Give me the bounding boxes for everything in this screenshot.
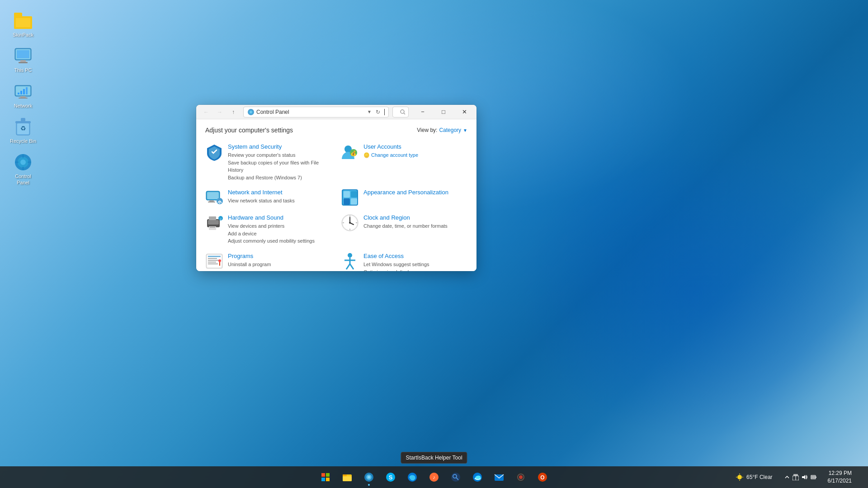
network-internet-text: Network and Internet View network status… [228,188,332,205]
browser-button[interactable] [402,467,422,487]
search-box[interactable] [392,107,409,117]
control-panel-taskbar-button[interactable] [359,467,379,487]
svg-rect-68 [208,260,219,261]
hardware-sound-title[interactable]: Hardware and Sound [228,214,332,222]
ease-access-text: Ease of Access Let Windows suggest setti… [363,252,467,271]
weather-widget[interactable]: 65°F Clear [731,471,777,483]
svg-rect-78 [321,473,325,477]
desktop-icon-recyclebin[interactable]: ♻ Recycle Bin [7,115,39,147]
skype-icon: S [386,472,396,482]
control-panel-tb-icon [364,472,374,482]
svg-rect-66 [208,256,221,257]
controlpanel-icon [14,153,32,171]
user-accounts-title[interactable]: User Accounts [363,143,467,151]
view-by-arrow[interactable]: ▼ [463,128,467,133]
mail-icon [494,472,504,482]
keepass-button[interactable] [446,467,466,487]
svg-text:💰: 💰 [350,150,357,156]
up-button[interactable]: ↑ [227,106,240,118]
appearance-text: Appearance and Personalization [363,188,467,197]
network-internet-title[interactable]: Network and Internet [228,188,332,197]
category-network-internet[interactable]: Network and Internet View network status… [205,188,332,206]
svg-rect-1 [14,13,22,17]
content-header: Adjust your computer's settings View by:… [205,127,467,134]
svg-rect-44 [344,191,350,197]
appearance-title[interactable]: Appearance and Personalization [363,188,467,197]
path-dropdown-arrow[interactable]: ▼ [367,109,372,114]
view-by-control[interactable]: View by: Category ▼ [417,127,467,133]
clock-widget[interactable]: 12:29 PM 6/17/2021 [824,469,855,486]
user-accounts-subtitle: 🪙 Change account type [363,151,467,159]
svg-rect-45 [351,191,357,197]
thispc-icon [14,47,32,65]
titlebar: ← → ↑ Control Panel ▼ ↻ [196,105,476,119]
start-button[interactable] [316,467,335,487]
programs-text: Programs Uninstall a program [228,252,332,268]
category-hardware-sound[interactable]: ♪ Hardware and Sound View devices and pr… [205,214,332,245]
mail-button[interactable] [489,467,509,487]
show-desktop-button[interactable] [860,468,863,486]
refresh-button[interactable]: ↻ [373,108,382,117]
svg-rect-67 [208,258,217,259]
svg-rect-79 [326,473,330,477]
obs-button[interactable] [511,467,531,487]
desktop: SkinPack This PC [0,0,868,488]
minimize-button[interactable]: − [412,105,433,119]
desktop-icon-skinpack[interactable]: SkinPack [7,9,39,41]
music-app-button[interactable]: ♪ [424,467,444,487]
startisback-tooltip: StartIsBack Helper Tool [401,452,467,464]
category-user-accounts[interactable]: 💰 User Accounts 🪙 Change account type [341,143,467,181]
system-security-text: System and Security Review your computer… [228,143,332,181]
user-accounts-text: User Accounts 🪙 Change account type [363,143,467,159]
svg-rect-70 [208,263,218,264]
taskbar-center: S ♪ [316,467,552,487]
category-ease-access[interactable]: Ease of Access Let Windows suggest setti… [341,252,467,271]
programs-title[interactable]: Programs [228,252,332,260]
file-explorer-button[interactable] [337,467,357,487]
desktop-icon-area: SkinPack This PC [0,0,46,198]
system-security-title[interactable]: System and Security [228,143,332,151]
network-icon [14,83,32,101]
maximize-button[interactable]: □ [433,105,454,119]
tray-icons[interactable] [781,472,821,482]
category-clock-region[interactable]: Clock and Region Change date, time, or n… [341,214,467,245]
desktop-icon-network[interactable]: Network [7,80,39,112]
tooltip-text: StartIsBack Helper Tool [406,455,462,461]
clock-region-subtitle: Change date, time, or number formats [363,222,467,230]
ease-access-title[interactable]: Ease of Access [363,252,467,260]
svg-point-72 [218,259,221,262]
category-programs[interactable]: Programs Uninstall a program [205,252,332,271]
desktop-icon-controlpanel[interactable]: Control Panel [7,150,39,189]
path-icon [247,108,255,116]
svg-point-103 [737,475,742,479]
edge-button[interactable] [467,467,487,487]
back-button[interactable]: ← [200,106,212,118]
keepass-icon [451,472,461,482]
svg-rect-13 [20,91,22,94]
skype-button[interactable]: S [381,467,401,487]
category-system-security[interactable]: System and Security Review your computer… [205,143,332,181]
forward-button[interactable]: → [213,106,226,118]
change-account-link[interactable]: 🪙 Change account type [363,152,418,158]
svg-rect-14 [23,89,25,94]
svg-rect-24 [22,154,24,158]
svg-text:O: O [540,474,544,481]
system-tray: 65°F Clear [731,468,863,486]
svg-rect-7 [17,50,29,58]
svg-rect-84 [343,476,352,481]
music-icon: ♪ [429,472,439,482]
svg-rect-50 [209,216,216,220]
view-by-value[interactable]: Category [439,127,461,133]
svg-rect-11 [19,98,28,99]
office-button[interactable]: O [533,467,552,487]
address-bar[interactable]: Control Panel ▼ ↻ [243,107,389,117]
office-icon: O [538,472,547,482]
desktop-icon-thispc[interactable]: This PC [7,44,39,76]
search-icon [400,109,406,115]
edge-icon [472,472,482,482]
svg-point-23 [20,160,26,165]
clock-region-title[interactable]: Clock and Region [363,214,467,222]
category-appearance[interactable]: Appearance and Personalization [341,188,467,206]
close-button[interactable]: ✕ [454,105,475,119]
svg-rect-46 [344,198,350,205]
